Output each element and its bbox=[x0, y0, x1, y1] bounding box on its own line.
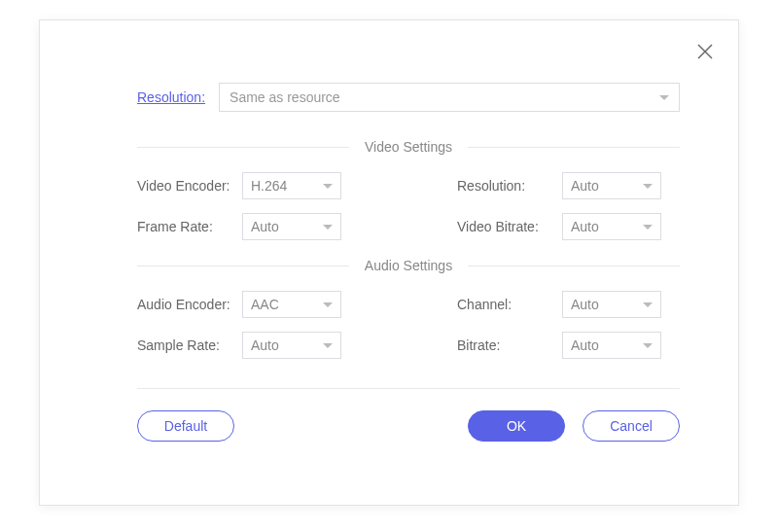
video-resolution-label: Resolution: bbox=[457, 178, 562, 194]
default-button[interactable]: Default bbox=[137, 410, 234, 442]
top-resolution-select[interactable]: Same as resource bbox=[219, 83, 680, 112]
chevron-down-icon bbox=[323, 302, 333, 307]
video-encoder-label: Video Encoder: bbox=[137, 178, 242, 194]
video-row-1: Video Encoder: H.264 Resolution: Auto bbox=[137, 172, 680, 199]
dialog-footer: Default OK Cancel bbox=[40, 410, 738, 442]
divider-line bbox=[137, 266, 349, 266]
video-encoder-value: H.264 bbox=[251, 178, 287, 194]
frame-rate-field: Frame Rate: Auto bbox=[137, 213, 408, 240]
video-row-2: Frame Rate: Auto Video Bitrate: Auto bbox=[137, 213, 680, 240]
audio-row-2: Sample Rate: Auto Bitrate: Auto bbox=[137, 332, 680, 359]
sample-rate-label: Sample Rate: bbox=[137, 337, 242, 353]
sample-rate-select[interactable]: Auto bbox=[242, 332, 341, 359]
divider-line bbox=[137, 147, 349, 148]
resolution-link-label[interactable]: Resolution: bbox=[137, 89, 205, 105]
divider-line bbox=[468, 147, 680, 148]
settings-dialog: Resolution: Same as resource Video Setti… bbox=[39, 19, 739, 506]
video-bitrate-label: Video Bitrate: bbox=[457, 219, 562, 234]
frame-rate-value: Auto bbox=[251, 219, 279, 234]
channel-select[interactable]: Auto bbox=[562, 291, 661, 318]
audio-section-header: Audio Settings bbox=[137, 258, 680, 273]
video-bitrate-select[interactable]: Auto bbox=[562, 213, 661, 240]
video-section-header: Video Settings bbox=[137, 139, 680, 155]
top-resolution-value: Same as resource bbox=[230, 89, 340, 105]
video-bitrate-value: Auto bbox=[571, 219, 599, 234]
audio-bitrate-value: Auto bbox=[571, 337, 599, 353]
video-encoder-field: Video Encoder: H.264 bbox=[137, 172, 408, 199]
chevron-down-icon bbox=[643, 302, 653, 307]
footer-divider bbox=[137, 388, 680, 389]
dialog-content: Resolution: Same as resource Video Setti… bbox=[40, 44, 738, 389]
chevron-down-icon bbox=[323, 184, 333, 189]
frame-rate-label: Frame Rate: bbox=[137, 219, 242, 234]
video-resolution-field: Resolution: Auto bbox=[408, 172, 680, 199]
video-encoder-select[interactable]: H.264 bbox=[242, 172, 341, 199]
chevron-down-icon bbox=[659, 95, 669, 100]
cancel-button[interactable]: Cancel bbox=[583, 410, 680, 442]
ok-button[interactable]: OK bbox=[468, 410, 565, 442]
audio-encoder-select[interactable]: AAC bbox=[242, 291, 341, 318]
chevron-down-icon bbox=[643, 184, 653, 189]
audio-encoder-value: AAC bbox=[251, 297, 279, 312]
audio-row-1: Audio Encoder: AAC Channel: Auto bbox=[137, 291, 680, 318]
chevron-down-icon bbox=[323, 343, 333, 348]
top-resolution-row: Resolution: Same as resource bbox=[137, 83, 680, 112]
audio-section-title: Audio Settings bbox=[349, 258, 468, 273]
audio-encoder-field: Audio Encoder: AAC bbox=[137, 291, 408, 318]
video-resolution-select[interactable]: Auto bbox=[562, 172, 661, 199]
frame-rate-select[interactable]: Auto bbox=[242, 213, 341, 240]
audio-bitrate-field: Bitrate: Auto bbox=[408, 332, 680, 359]
video-section-title: Video Settings bbox=[349, 139, 468, 155]
channel-field: Channel: Auto bbox=[408, 291, 680, 318]
close-icon bbox=[695, 42, 715, 61]
close-button[interactable] bbox=[691, 38, 719, 65]
chevron-down-icon bbox=[643, 225, 653, 230]
audio-bitrate-select[interactable]: Auto bbox=[562, 332, 661, 359]
sample-rate-field: Sample Rate: Auto bbox=[137, 332, 408, 359]
audio-bitrate-label: Bitrate: bbox=[457, 337, 562, 353]
divider-line bbox=[468, 266, 680, 266]
audio-encoder-label: Audio Encoder: bbox=[137, 297, 242, 312]
video-resolution-value: Auto bbox=[571, 178, 599, 194]
video-bitrate-field: Video Bitrate: Auto bbox=[408, 213, 680, 240]
sample-rate-value: Auto bbox=[251, 337, 279, 353]
channel-label: Channel: bbox=[457, 297, 562, 312]
chevron-down-icon bbox=[643, 343, 653, 348]
chevron-down-icon bbox=[323, 225, 333, 230]
channel-value: Auto bbox=[571, 297, 599, 312]
